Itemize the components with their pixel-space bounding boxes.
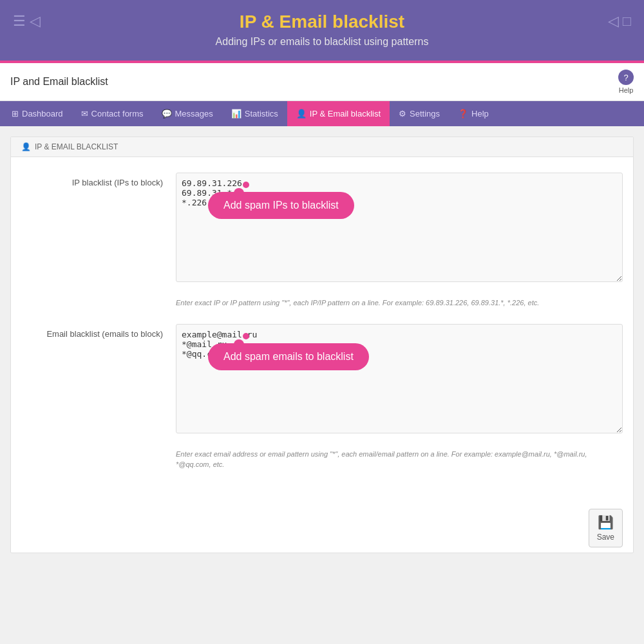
dashboard-icon: ⊞ bbox=[12, 109, 19, 118]
settings-icon: ⚙ bbox=[399, 109, 406, 118]
card-header-icon: 👤 bbox=[21, 142, 31, 151]
ip-blacklist-label: IP blacklist (IPs to block) bbox=[21, 173, 176, 187]
main-nav: ⊞ Dashboard ✉ Contact forms 💬 Messages 📊… bbox=[0, 101, 644, 126]
nav-item-dashboard[interactable]: ⊞ Dashboard bbox=[3, 101, 72, 126]
nav-item-help[interactable]: ❓ Help bbox=[449, 101, 498, 126]
save-area: 💾 Save bbox=[11, 501, 633, 553]
nav-item-settings[interactable]: ⚙ Settings bbox=[390, 101, 449, 126]
nav-item-ip-email-blacklist[interactable]: 👤 IP & Email blacklist bbox=[287, 101, 390, 126]
help-button-container[interactable]: ? Help bbox=[618, 70, 634, 94]
email-blacklist-textarea[interactable]: example@mail.ru *@mail.ru *@qq.com bbox=[176, 324, 623, 433]
nav-label-help: Help bbox=[471, 109, 489, 118]
email-blacklist-field: example@mail.ru *@mail.ru *@qq.com Add s… bbox=[176, 324, 623, 436]
nav-item-contact-forms[interactable]: ✉ Contact forms bbox=[72, 101, 153, 126]
app-subtitle: Adding IPs or emails to blacklist using … bbox=[13, 36, 631, 48]
ip-blacklist-field: 69.89.31.226 69.89.31.* *.226 Add spam I… bbox=[176, 173, 623, 285]
nav-label-contact-forms: Contact forms bbox=[91, 109, 144, 118]
card-header-label: IP & EMAIL BLACKLIST bbox=[35, 142, 118, 151]
help-circle-button[interactable]: ? bbox=[618, 70, 634, 85]
email-blacklist-label: Email blacklist (emails to block) bbox=[21, 324, 176, 339]
card-body: IP blacklist (IPs to block) 69.89.31.226… bbox=[11, 157, 633, 501]
nav-item-statistics[interactable]: 📊 Statistics bbox=[222, 101, 287, 126]
header-icon-left: ☰ ◁ bbox=[13, 13, 41, 30]
help-nav-icon: ❓ bbox=[458, 109, 468, 118]
page-title: IP and Email blacklist bbox=[10, 76, 108, 88]
card-header: 👤 IP & EMAIL BLACKLIST bbox=[11, 137, 633, 157]
top-bar: IP and Email blacklist ? Help bbox=[0, 63, 644, 101]
nav-label-dashboard: Dashboard bbox=[22, 109, 63, 118]
nav-item-messages[interactable]: 💬 Messages bbox=[153, 101, 222, 126]
app-header: ☰ ◁ IP & Email blacklist Adding IPs or e… bbox=[0, 0, 644, 61]
email-hint-text: Enter exact email address or email patte… bbox=[176, 449, 623, 470]
header-icon-right: ◁ □ bbox=[608, 13, 631, 30]
save-label: Save bbox=[597, 533, 614, 542]
save-button[interactable]: 💾 Save bbox=[589, 509, 623, 547]
help-button-label: Help bbox=[619, 86, 634, 94]
ip-hint-text: Enter exact IP or IP pattern using "*", … bbox=[176, 298, 623, 308]
nav-label-messages: Messages bbox=[175, 109, 213, 118]
app-title: IP & Email blacklist bbox=[13, 12, 631, 32]
nav-label-ip-email-blacklist: IP & Email blacklist bbox=[310, 109, 381, 118]
email-blacklist-row: Email blacklist (emails to block) exampl… bbox=[21, 324, 623, 436]
ip-blacklist-textarea[interactable]: 69.89.31.226 69.89.31.* *.226 bbox=[176, 173, 623, 282]
nav-label-statistics: Statistics bbox=[245, 109, 278, 118]
blacklist-icon: 👤 bbox=[296, 109, 307, 118]
nav-label-settings: Settings bbox=[410, 109, 440, 118]
ip-blacklist-row: IP blacklist (IPs to block) 69.89.31.226… bbox=[21, 173, 623, 285]
messages-icon: 💬 bbox=[162, 109, 172, 118]
save-icon: 💾 bbox=[598, 515, 614, 530]
main-content: 👤 IP & EMAIL BLACKLIST IP blacklist (IPs… bbox=[0, 126, 644, 577]
contact-forms-icon: ✉ bbox=[81, 109, 88, 118]
blacklist-card: 👤 IP & EMAIL BLACKLIST IP blacklist (IPs… bbox=[10, 137, 634, 553]
statistics-icon: 📊 bbox=[231, 109, 242, 118]
